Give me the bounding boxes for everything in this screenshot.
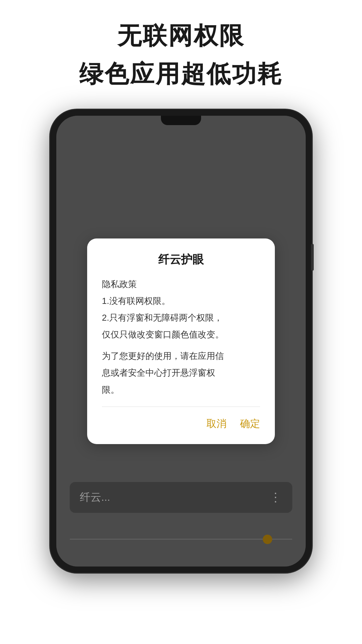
privacy-dialog: 纤云护眼 隐私政策 1.没有联网权限。 2.只有浮窗和无障碍两个权限， 仅仅只做…	[87, 238, 275, 444]
phone-screen: 纤云... ⋮ 纤云护眼 隐私政策 1.没有联网权限。 2.只有浮窗和无障碍两个…	[56, 116, 306, 567]
phone-frame: 纤云... ⋮ 纤云护眼 隐私政策 1.没有联网权限。 2.只有浮窗和无障碍两个…	[50, 110, 312, 573]
phone-mockup: 纤云... ⋮ 纤云护眼 隐私政策 1.没有联网权限。 2.只有浮窗和无障碍两个…	[50, 110, 312, 573]
dialog-actions: 取消 确定	[102, 407, 260, 434]
power-button	[311, 244, 314, 271]
confirm-button[interactable]: 确定	[240, 414, 260, 434]
dialog-overlay: 纤云护眼 隐私政策 1.没有联网权限。 2.只有浮窗和无障碍两个权限， 仅仅只做…	[56, 116, 306, 567]
dialog-content: 隐私政策 1.没有联网权限。 2.只有浮窗和无障碍两个权限， 仅仅只做改变窗口颜…	[102, 277, 260, 397]
content-line6: 息或者安全中心打开悬浮窗权	[102, 365, 260, 380]
content-line5: 为了您更好的使用，请在应用信	[102, 348, 260, 363]
content-line4: 仅仅只做改变窗口颜色值改变。	[102, 327, 260, 342]
content-line3: 2.只有浮窗和无障碍两个权限，	[102, 310, 260, 325]
title-line2: 绿色应用超低功耗	[79, 58, 283, 90]
title-line1: 无联网权限	[79, 20, 283, 52]
content-line2: 1.没有联网权限。	[102, 293, 260, 308]
content-privacy-label: 隐私政策	[102, 277, 260, 291]
content-line7: 限。	[102, 382, 260, 397]
header-section: 无联网权限 绿色应用超低功耗	[79, 20, 283, 90]
dialog-title: 纤云护眼	[102, 252, 260, 267]
cancel-button[interactable]: 取消	[206, 414, 227, 434]
